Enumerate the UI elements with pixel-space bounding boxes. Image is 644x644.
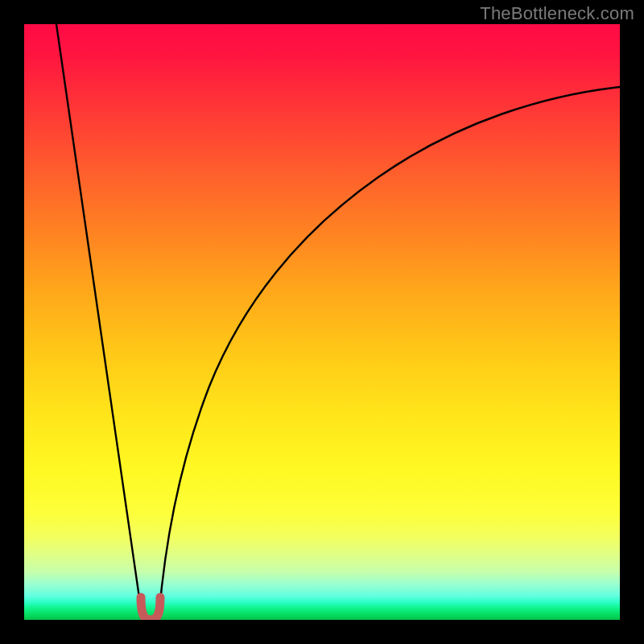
- curve-right-branch: [159, 87, 620, 620]
- watermark-text: TheBottleneck.com: [480, 3, 634, 24]
- bottleneck-curve-svg: [24, 24, 620, 620]
- valley-marker: [141, 597, 160, 620]
- curve-left-branch: [56, 24, 142, 620]
- plot-area: [24, 24, 620, 620]
- chart-frame: TheBottleneck.com: [0, 0, 644, 644]
